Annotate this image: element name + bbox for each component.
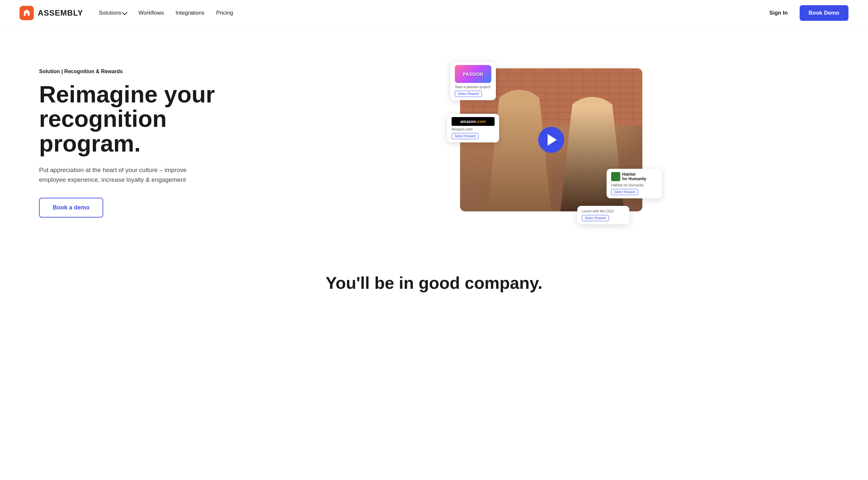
nav-workflows-link[interactable]: Workflows	[138, 10, 164, 16]
hero-eyebrow: Solution | Recognition & Rewards	[39, 69, 241, 74]
solutions-label: Solutions	[99, 10, 121, 16]
nav-item-pricing[interactable]: Pricing	[216, 10, 233, 16]
nav-pricing-link[interactable]: Pricing	[216, 10, 233, 16]
passion-reward-card: PASSION Start a passion project Select R…	[450, 62, 496, 100]
nav-links: Solutions Workflows Integrations Pricing	[99, 10, 233, 16]
habitat-select-reward-button[interactable]: Select Reward	[611, 189, 638, 195]
solutions-label-wrapper: Solutions	[99, 10, 127, 16]
sign-in-button[interactable]: Sign In	[764, 6, 793, 20]
habitat-label: Habitatfor Humanity	[622, 172, 646, 181]
habitat-logo: Habitatfor Humanity	[611, 172, 657, 181]
chevron-down-icon	[122, 9, 128, 15]
hero-cta-button[interactable]: Book a demo	[39, 198, 103, 217]
hero-left: Solution | Recognition & Rewards Reimagi…	[39, 69, 241, 218]
logo-link[interactable]: ASSEMBLY	[20, 6, 83, 20]
hero-right: PASSION Start a passion project Select R…	[260, 62, 848, 225]
book-demo-nav-button[interactable]: Book Demo	[800, 5, 848, 21]
eyebrow-bold: Recognition & Rewards	[64, 69, 123, 74]
nav-solutions-link[interactable]: Solutions	[99, 10, 127, 16]
eyebrow-prefix: Solution |	[39, 69, 64, 74]
navbar-right: Sign In Book Demo	[764, 5, 848, 21]
logo-icon	[20, 6, 34, 20]
amazon-reward-card: amazon.com Amazon.com Select Reward	[447, 114, 499, 142]
navbar-left: ASSEMBLY Solutions Workflows Integration…	[20, 6, 233, 20]
hero-subtitle: Put appreciation at the heart of your cu…	[39, 165, 208, 185]
passion-select-reward-button[interactable]: Select Reward	[455, 91, 482, 97]
hero-section: Solution | Recognition & Rewards Reimagi…	[0, 26, 868, 254]
lunch-select-reward-button[interactable]: Select Reward	[582, 215, 609, 221]
nav-item-solutions[interactable]: Solutions	[99, 10, 127, 16]
nav-item-workflows[interactable]: Workflows	[138, 10, 164, 16]
good-company-title: You'll be in good company.	[20, 273, 848, 293]
amazon-logo: amazon.com	[452, 117, 495, 126]
navbar: ASSEMBLY Solutions Workflows Integration…	[0, 0, 868, 26]
habitat-icon	[611, 172, 620, 181]
habitat-reward-card: Habitatfor Humanity Habitat for Humanity…	[607, 169, 662, 198]
nav-item-integrations[interactable]: Integrations	[176, 10, 205, 16]
hero-image-container: PASSION Start a passion project Select R…	[460, 68, 649, 218]
passion-card-image: PASSION	[455, 65, 491, 83]
good-company-section: You'll be in good company.	[0, 254, 868, 306]
lunch-card-title: Lunch with the CEO	[582, 209, 625, 213]
lunch-reward-card: Lunch with the CEO Select Reward	[577, 206, 629, 225]
amazon-select-reward-button[interactable]: Select Reward	[452, 133, 478, 139]
logo-text: ASSEMBLY	[38, 8, 83, 18]
hero-title: Reimagine your recognition program.	[39, 82, 241, 156]
assembly-logo-svg	[23, 9, 31, 17]
amazon-card-title: Amazon.com	[452, 127, 495, 131]
play-button[interactable]	[538, 127, 564, 153]
nav-integrations-link[interactable]: Integrations	[176, 10, 205, 16]
habitat-card-title: Habitat for Humanity	[611, 183, 657, 187]
passion-card-title: Start a passion project	[455, 85, 491, 89]
